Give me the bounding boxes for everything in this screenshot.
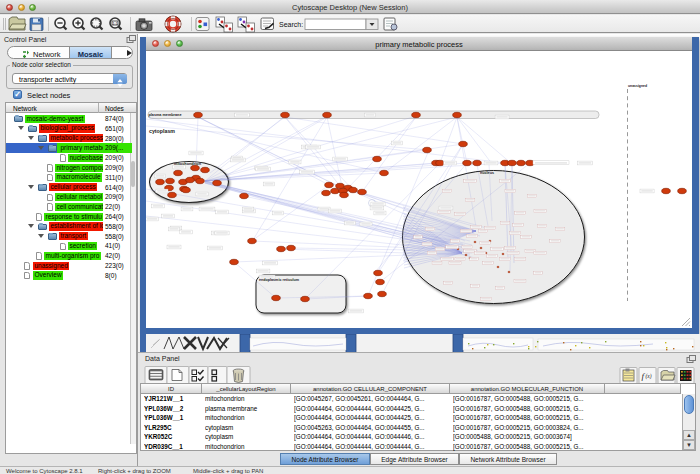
svg-text:nucleus: nucleus xyxy=(480,169,495,174)
svg-text:cytoplasm: cytoplasm xyxy=(149,128,175,133)
svg-text:mitochondrion: mitochondrion xyxy=(174,161,201,166)
svg-text:unassigned: unassigned xyxy=(628,83,647,88)
svg-text:(x): (x) xyxy=(646,373,652,380)
svg-text:1:1: 1:1 xyxy=(112,21,118,26)
svg-text:Search:: Search: xyxy=(279,21,303,28)
svg-text:endoplasmic reticulum: endoplasmic reticulum xyxy=(259,277,299,282)
svg-text:plasma membrane: plasma membrane xyxy=(149,112,182,117)
